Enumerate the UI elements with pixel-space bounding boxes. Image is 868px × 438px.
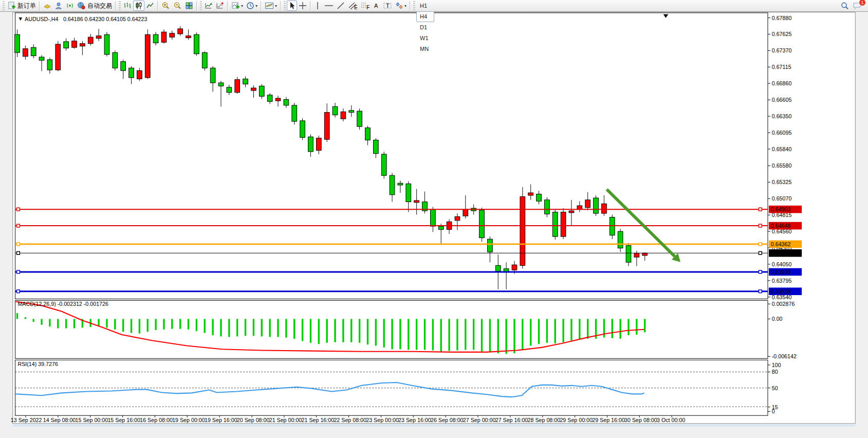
tf-H4[interactable]: H4: [416, 11, 434, 22]
zoom-out-button[interactable]: [172, 1, 183, 11]
chart-candles-button[interactable]: [133, 1, 144, 11]
candle: [308, 137, 313, 152]
new-chart-button[interactable]: [214, 1, 226, 11]
text-tool-button[interactable]: A: [371, 1, 381, 11]
candle: [438, 226, 444, 229]
collapse-indicator-icon: ▼: [17, 15, 23, 22]
candle: [349, 111, 354, 113]
tf-D1[interactable]: D1: [416, 22, 434, 33]
price-badge-label: 0.64223: [771, 250, 791, 256]
strategy-tester-button[interactable]: [203, 1, 214, 11]
candle: [267, 95, 272, 102]
tile-windows-button[interactable]: [183, 1, 195, 11]
candle: [210, 68, 215, 83]
rsi-tick-label: 80: [772, 369, 778, 375]
candle: [479, 210, 485, 238]
tf-W1[interactable]: W1: [416, 33, 434, 44]
hline-handle[interactable]: [17, 243, 20, 246]
chart-line-button[interactable]: [144, 1, 156, 11]
autotrade-button[interactable]: 自动交易: [76, 1, 114, 11]
price-tick-label: 0.67115: [772, 64, 791, 70]
templates-button[interactable]: ▾: [263, 1, 279, 11]
crosshair-tool-button[interactable]: [297, 1, 308, 11]
hline-tool-button[interactable]: [323, 1, 335, 11]
signals-button[interactable]: [64, 1, 76, 11]
candle: [56, 44, 61, 70]
market-watch-button[interactable]: [42, 1, 53, 11]
fibonacci-tool-button[interactable]: F: [359, 1, 371, 11]
tf-H1[interactable]: H1: [416, 1, 434, 11]
date-label: 15 Sep 16:00: [107, 417, 140, 423]
zoom-in-button[interactable]: [160, 1, 172, 11]
candle: [31, 47, 36, 56]
candle: [520, 197, 525, 266]
price-tick-label: 0.67370: [772, 47, 792, 53]
candle: [602, 204, 607, 213]
tf-MN[interactable]: MN: [416, 44, 434, 54]
candle: [15, 34, 20, 52]
new-order-label: 新订单: [17, 2, 36, 10]
notifications-button[interactable]: 1: [851, 1, 863, 11]
new-order-button[interactable]: 新订单: [6, 1, 38, 11]
profile-icon: [54, 2, 63, 10]
rsi-tick-label: 50: [772, 385, 778, 391]
date-label: 27 Sep 16:00: [495, 417, 528, 423]
profile-button[interactable]: [53, 1, 64, 11]
candle: [463, 210, 468, 216]
label-tool-button[interactable]: T: [381, 1, 394, 11]
chart-canvas[interactable]: 0.678800.676250.673700.671150.668600.666…: [0, 12, 868, 438]
price-tick-label: 0.65070: [772, 195, 792, 202]
candle: [398, 183, 403, 185]
svg-text:A: A: [374, 3, 378, 9]
candle: [88, 37, 93, 44]
candle: [512, 265, 517, 270]
hline-handle[interactable]: [759, 208, 762, 211]
channel-tool-button[interactable]: E: [346, 1, 359, 11]
bottom-scroll-strip[interactable]: [13, 425, 856, 427]
zoom-in-icon: [161, 2, 170, 10]
main-toolbar: 新订单 自动交易: [0, 0, 868, 12]
hline-handle[interactable]: [759, 224, 762, 227]
svg-text:E: E: [354, 4, 357, 10]
candle: [341, 112, 346, 119]
date-label: 22 Sep 08:00: [334, 417, 366, 423]
candle: [23, 49, 28, 57]
cursor-tool-button[interactable]: [287, 1, 297, 11]
candle: [430, 210, 435, 227]
hline-handle[interactable]: [759, 243, 762, 246]
hline-handle[interactable]: [759, 270, 762, 273]
hline-handle[interactable]: [17, 270, 20, 273]
hline-handle[interactable]: [759, 290, 762, 293]
candle: [594, 198, 599, 213]
candle: [414, 200, 419, 203]
price-tick-label: 0.65840: [772, 146, 792, 152]
add-indicator-icon: [231, 2, 240, 10]
candle: [161, 32, 167, 42]
fibonacci-icon: F: [360, 2, 370, 10]
toolbar-grip[interactable]: [3, 1, 5, 10]
shapes-tool-button[interactable]: ▾: [394, 1, 408, 11]
add-indicator-button[interactable]: ▾: [230, 1, 245, 11]
candle: [227, 87, 232, 93]
hline-handle[interactable]: [17, 251, 20, 254]
trendline-tool-button[interactable]: [335, 1, 346, 11]
candle: [300, 121, 305, 138]
candle: [552, 212, 558, 237]
macd-tick-label: 0.00: [772, 316, 783, 322]
candle: [47, 60, 52, 70]
hline-handle[interactable]: [17, 224, 20, 227]
hline-handle[interactable]: [17, 208, 20, 211]
period-button[interactable]: ▾: [245, 1, 259, 11]
chart-title: AUDUSD-,H4: [25, 16, 58, 22]
hline-handle[interactable]: [759, 251, 762, 254]
date-label: 19 Sep 16:00: [205, 417, 237, 423]
price-tick-label: 0.63795: [772, 278, 792, 284]
search-button[interactable]: [839, 1, 851, 11]
date-label: 21 Sep 00:00: [269, 417, 302, 423]
candle: [373, 140, 378, 153]
candle: [251, 88, 256, 90]
vline-tool-button[interactable]: [312, 1, 323, 11]
rsi-tick-label: 0: [772, 408, 775, 414]
hline-handle[interactable]: [17, 290, 20, 293]
chart-bars-button[interactable]: [122, 1, 133, 11]
